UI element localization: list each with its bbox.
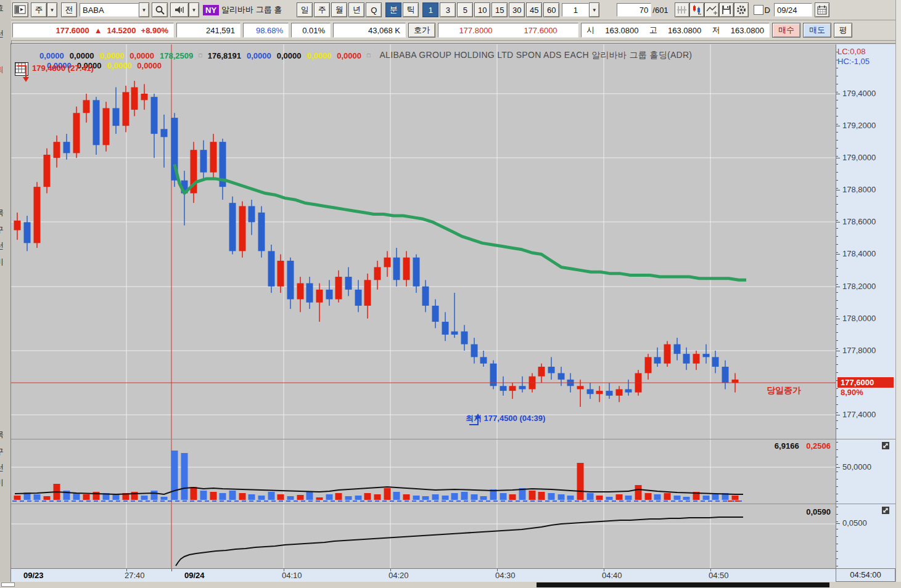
sound-icon[interactable] [170,2,189,17]
time-axis-label: 09/23 [23,571,44,580]
volume-bar [403,494,410,500]
layout-icon[interactable] [12,2,28,17]
bid-price: 177.6000 [524,26,557,35]
minute-button[interactable]: 1 [422,2,438,17]
last-price: 177.6000 [56,26,89,35]
period-button[interactable]: 일 [297,2,313,17]
candle-tool-icon[interactable] [689,2,704,17]
volume-bar [683,497,690,500]
period-button[interactable]: 주 [314,2,330,17]
volume-bar [654,494,661,500]
candle [24,222,31,243]
volume-panel[interactable]: 6,9166 0,2506 [11,439,836,504]
axis-minor-tick [836,332,838,333]
candle [83,100,90,113]
volume-bar [34,494,41,500]
time-axis[interactable]: 09/2327:4009/2404:1004:2004:3004:4004:50 [11,568,836,582]
axis-minor-tick [836,284,838,285]
buy-button[interactable]: 매수 [772,23,800,38]
candle-wick [184,171,185,226]
volume-axis[interactable]: 50,0000 [836,439,895,504]
lc-value: LC:0,08 [837,47,866,56]
period-button[interactable]: 월 [331,2,347,17]
chart-period-button[interactable]: 주 [31,2,47,17]
candle [654,357,661,363]
axis-major-tick [836,254,840,255]
bar-count-value: 70 [640,6,648,15]
volume-bar [200,491,207,500]
axis-minor-tick [836,276,838,277]
axis-minor-tick [836,536,838,537]
candle [393,258,400,280]
axis-major-tick [836,319,840,319]
indicator-axis[interactable]: 0,0500 [836,504,895,568]
indicator-panel[interactable]: 0,0590 [11,504,836,568]
minute-button[interactable]: 5 [457,2,473,17]
interval-dropdown[interactable]: ▼ [589,2,599,17]
line-tool-icon[interactable] [704,2,719,17]
sell-label: 매도 [809,25,825,36]
minute-button[interactable]: 10 [474,2,490,17]
gear-icon[interactable] [734,2,749,17]
bar-count-input[interactable]: 70 [617,3,651,17]
calendar-icon[interactable] [815,2,829,17]
volume-bar [480,496,487,500]
candle [703,354,710,357]
volume-bar [451,493,458,500]
volume-bar [345,496,352,500]
interval-input[interactable]: 1 [562,3,589,17]
grid-tool-icon[interactable] [675,2,689,17]
d-checkbox[interactable] [754,5,763,15]
minute-button[interactable]: 30 [509,2,525,17]
candle [297,283,304,299]
minute-button[interactable]: 60 [543,2,559,17]
candle [73,113,80,153]
candle [258,213,265,251]
mode-button[interactable]: 분 [385,2,401,17]
date-input[interactable]: 09/24 [774,3,812,17]
candle [316,290,323,303]
mode-button[interactable]: 틱 [403,2,419,17]
symbol-input[interactable]: BABA [80,3,139,17]
candle [355,290,362,306]
expand-icon[interactable] [882,507,889,514]
avg-button[interactable]: 평 [834,23,852,38]
expand-icon[interactable] [882,442,889,449]
right-edge-strip [895,0,901,588]
axis-minor-tick [836,148,838,149]
axis-minor-tick [836,529,838,529]
minute-button[interactable]: 3 [440,2,456,17]
candle [345,277,352,290]
sound-dropdown[interactable]: ▼ [189,2,199,17]
search-icon[interactable] [152,2,168,17]
period-button[interactable]: 년 [348,2,364,17]
axis-major-tick [836,287,840,287]
axis-minor-tick [836,514,838,515]
candle [287,261,294,300]
indicator-value: 0,0000 [307,51,332,60]
axis-minor-tick [836,292,838,293]
price-axis-label: 179,2000 [842,121,876,130]
save-icon[interactable] [719,2,734,17]
volume-bar [548,493,555,500]
price-chart-canvas[interactable]: 0,00000,00000,00000,0000178,2509□176,819… [11,44,836,439]
period-button[interactable]: Q [366,2,382,17]
candle [200,150,207,172]
axis-major-tick [836,190,840,190]
indicator-value: 0,0000 [130,51,154,60]
minute-button[interactable]: 15 [492,2,508,17]
minute-button[interactable]: 45 [526,2,542,17]
prev-button[interactable]: 전 [61,2,77,17]
volume-bar [703,496,710,500]
symbol-dropdown[interactable]: ▼ [139,2,149,17]
price-axis[interactable]: LC:0,08 HC:-1,05 177,6000 8,90% 179,4000… [836,44,895,439]
volume-ma-value: 6,9166 [775,441,799,451]
clipped-tab-label: 효 [0,2,9,14]
volume-bar [432,494,439,500]
chart-period-dropdown[interactable]: ▼ [47,2,57,17]
current-price-percent: 8,90% [841,388,863,397]
axis-minor-tick [836,76,838,76]
candle [712,357,719,367]
sell-button[interactable]: 매도 [803,23,831,38]
volume-bar [374,494,381,500]
